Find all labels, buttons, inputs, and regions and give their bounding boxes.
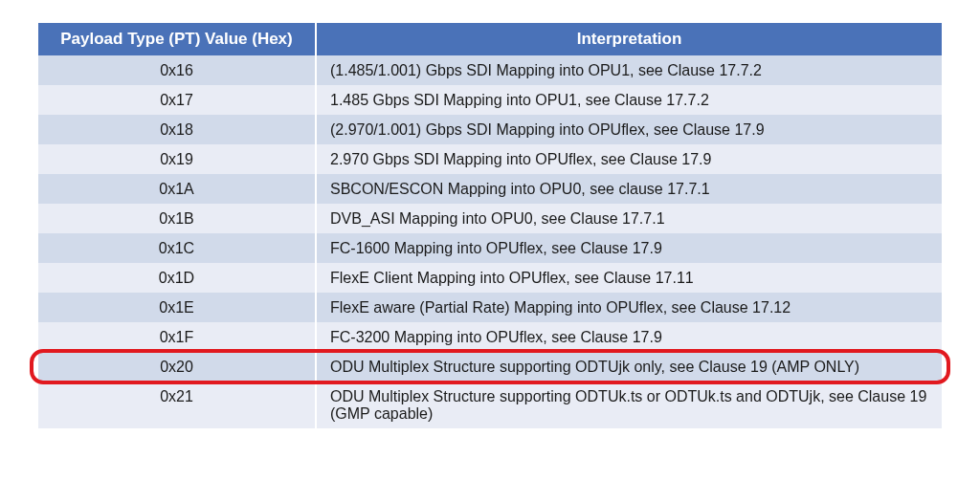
cell-payload-type: 0x18 xyxy=(38,115,316,144)
cell-interpretation: DVB_ASI Mapping into OPU0, see Clause 17… xyxy=(316,204,942,233)
table-row: 0x20ODU Multiplex Structure supporting O… xyxy=(38,352,942,382)
cell-payload-type: 0x16 xyxy=(38,55,316,85)
cell-interpretation: FC-3200 Mapping into OPUflex, see Clause… xyxy=(316,322,942,352)
table-row: 0x1ASBCON/ESCON Mapping into OPU0, see c… xyxy=(38,174,942,204)
cell-payload-type: 0x1B xyxy=(38,204,316,233)
cell-payload-type: 0x1E xyxy=(38,293,316,322)
table-row: 0x16(1.485/1.001) Gbps SDI Mapping into … xyxy=(38,55,942,85)
cell-payload-type: 0x1C xyxy=(38,233,316,263)
cell-interpretation: FlexE aware (Partial Rate) Mapping into … xyxy=(316,293,942,322)
cell-payload-type: 0x1D xyxy=(38,263,316,293)
table-header-row: Payload Type (PT) Value (Hex) Interpreta… xyxy=(38,23,942,55)
cell-payload-type: 0x17 xyxy=(38,85,316,115)
table-row: 0x171.485 Gbps SDI Mapping into OPU1, se… xyxy=(38,85,942,115)
cell-payload-type: 0x20 xyxy=(38,352,316,382)
payload-type-table: Payload Type (PT) Value (Hex) Interpreta… xyxy=(38,23,942,428)
cell-interpretation: 2.970 Gbps SDI Mapping into OPUflex, see… xyxy=(316,144,942,174)
header-interpretation: Interpretation xyxy=(316,23,942,55)
table-row: 0x1DFlexE Client Mapping into OPUflex, s… xyxy=(38,263,942,293)
cell-interpretation: FC-1600 Mapping into OPUflex, see Clause… xyxy=(316,233,942,263)
cell-interpretation: ODU Multiplex Structure supporting ODTUk… xyxy=(316,382,942,428)
cell-interpretation: (2.970/1.001) Gbps SDI Mapping into OPUf… xyxy=(316,115,942,144)
table-row: 0x1EFlexE aware (Partial Rate) Mapping i… xyxy=(38,293,942,322)
cell-payload-type: 0x1F xyxy=(38,322,316,352)
table-row: 0x18(2.970/1.001) Gbps SDI Mapping into … xyxy=(38,115,942,144)
payload-type-table-wrapper: Payload Type (PT) Value (Hex) Interpreta… xyxy=(38,23,942,428)
table-row: 0x192.970 Gbps SDI Mapping into OPUflex,… xyxy=(38,144,942,174)
cell-interpretation: SBCON/ESCON Mapping into OPU0, see claus… xyxy=(316,174,942,204)
table-row: 0x1FFC-3200 Mapping into OPUflex, see Cl… xyxy=(38,322,942,352)
cell-interpretation: FlexE Client Mapping into OPUflex, see C… xyxy=(316,263,942,293)
cell-payload-type: 0x21 xyxy=(38,382,316,428)
table-row: 0x21ODU Multiplex Structure supporting O… xyxy=(38,382,942,428)
header-payload-type: Payload Type (PT) Value (Hex) xyxy=(38,23,316,55)
table-row: 0x1BDVB_ASI Mapping into OPU0, see Claus… xyxy=(38,204,942,233)
cell-interpretation: 1.485 Gbps SDI Mapping into OPU1, see Cl… xyxy=(316,85,942,115)
cell-interpretation: ODU Multiplex Structure supporting ODTUj… xyxy=(316,352,942,382)
cell-interpretation: (1.485/1.001) Gbps SDI Mapping into OPU1… xyxy=(316,55,942,85)
cell-payload-type: 0x1A xyxy=(38,174,316,204)
table-row: 0x1CFC-1600 Mapping into OPUflex, see Cl… xyxy=(38,233,942,263)
cell-payload-type: 0x19 xyxy=(38,144,316,174)
